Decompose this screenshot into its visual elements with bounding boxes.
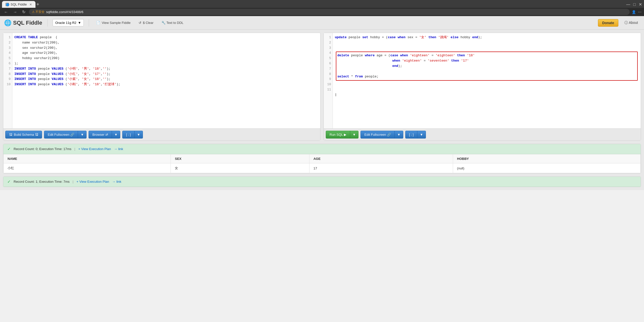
logo-text: SQL Fiddle — [13, 20, 42, 26]
result-section-1: ✓ Record Count: 0; Execution Time: 17ms … — [3, 144, 641, 173]
check-icon-2: ✓ — [7, 179, 11, 184]
semicolon-query-split: [ ; ] ▼ — [405, 131, 426, 139]
about-button[interactable]: ⓘ About — [622, 19, 640, 27]
result-status-1: ✓ Record Count: 0; Execution Time: 17ms … — [3, 144, 641, 154]
db-selector-chevron: ▼ — [78, 21, 81, 25]
address-bar: ← → ↻ ⚠ 不安全 sqlfiddle.com/#!4/33488/6 👤 … — [0, 8, 644, 16]
arrow-icon-2: → — [112, 180, 115, 183]
schema-editor-panel: 12345 678910 CREATE TABLE people ( name … — [3, 33, 320, 141]
table-header-row-1: NAME SEX AGE HOBBY — [4, 154, 641, 163]
new-tab-button[interactable]: + — [36, 2, 39, 7]
result-section-2: ✓ Record Count: 1; Execution Time: 7ms |… — [3, 176, 641, 187]
semicolon-schema-button[interactable]: [ ; ] — [122, 131, 134, 139]
result-table-1: NAME SEX AGE HOBBY 小红 女 17 (null) — [3, 154, 641, 173]
sample-icon: 📄 — [96, 21, 100, 25]
logo-icon: 🌐 — [4, 19, 12, 26]
more-button[interactable]: ⋯ — [638, 10, 641, 14]
plus-icon-1: + — [78, 147, 80, 151]
semicolon-schema-arrow[interactable]: ▼ — [134, 131, 143, 139]
query-editor-buttons: Run SQL ▶ ▼ Edit Fullscreen 🔗 ▼ [ ; ] ▼ — [324, 128, 641, 141]
text-to-ddl-button[interactable]: 🔧 Text to DDL — [159, 19, 185, 26]
toolbar-separator-1 — [47, 19, 48, 27]
col-header-age: AGE — [309, 154, 453, 163]
tab-bar: 🔷 SQL Fiddle ✕ + — □ ✕ — [0, 0, 644, 8]
profile-button[interactable]: 👤 — [632, 10, 636, 14]
tab-favicon: 🔷 — [6, 3, 9, 6]
query-code-content[interactable]: update people set hobby = (case when sex… — [333, 33, 641, 128]
maximize-button[interactable]: □ — [633, 2, 636, 7]
link-button-2[interactable]: → link — [112, 180, 122, 183]
view-execution-plan-button-2[interactable]: + View Execution Plan — [76, 180, 109, 183]
tab-title: SQL Fiddle — [11, 3, 27, 6]
col-header-hobby: HOBBY — [453, 154, 640, 163]
security-warning: ⚠ 不安全 — [32, 10, 45, 14]
db-selector[interactable]: Oracle 11g R2 ▼ — [53, 19, 84, 26]
edit-fullscreen-query-button[interactable]: Edit Fullscreen 🔗 — [360, 131, 394, 139]
schema-code-content[interactable]: CREATE TABLE people ( name varchar2(200)… — [12, 33, 320, 128]
view-execution-plan-button-1[interactable]: + View Execution Plan — [78, 147, 111, 151]
query-line-numbers: 12345 67891011 — [324, 33, 333, 128]
run-sql-button[interactable]: Run SQL ▶ — [326, 131, 350, 139]
result-status-2: ✓ Record Count: 1; Execution Time: 7ms |… — [3, 177, 641, 187]
semicolon-schema-split: [ ; ] ▼ — [122, 131, 143, 139]
clear-icon: ↺ — [139, 21, 141, 25]
app-toolbar: 🌐 SQL Fiddle Oracle 11g R2 ▼ 📄 View Samp… — [0, 16, 644, 30]
result-separator-1: | — [74, 147, 75, 151]
col-header-name: NAME — [4, 154, 171, 163]
col-header-sex: SEX — [171, 154, 309, 163]
result-separator-2: | — [73, 180, 73, 183]
toolbar-separator-2 — [89, 19, 89, 27]
nav-refresh-button[interactable]: ↻ — [21, 9, 27, 15]
browser-arrow[interactable]: ▼ — [112, 131, 120, 139]
app-logo: 🌐 SQL Fiddle — [4, 19, 42, 26]
donate-button[interactable]: Donate — [598, 19, 618, 27]
tab-close-button[interactable]: ✕ — [29, 3, 32, 6]
url-box[interactable]: ⚠ 不安全 sqlfiddle.com/#!4/33488/6 — [29, 9, 630, 15]
db-selector-text: Oracle 11g R2 — [55, 21, 76, 25]
browser-actions: 👤 ⋯ — [632, 10, 641, 14]
minimize-button[interactable]: — — [626, 2, 630, 7]
active-tab[interactable]: 🔷 SQL Fiddle ✕ — [2, 1, 35, 8]
schema-code-area[interactable]: 12345 678910 CREATE TABLE people ( name … — [3, 33, 320, 128]
edit-fullscreen-schema-split: Edit Fullscreen 🔗 ▼ — [44, 131, 87, 139]
schema-editor-buttons: 🖫 Build Schema 🖫 Edit Fullscreen 🔗 ▼ Bro… — [3, 128, 320, 141]
view-sample-button[interactable]: 📄 View Sample Fiddle — [94, 19, 133, 26]
run-sql-split: Run SQL ▶ ▼ — [326, 131, 358, 139]
build-schema-icon: 🖫 — [9, 133, 12, 136]
plus-icon-2: + — [76, 180, 78, 183]
close-button[interactable]: ✕ — [639, 2, 642, 7]
url-text: sqlfiddle.com/#!4/33488/6 — [46, 10, 83, 14]
result-status-text-2: Record Count: 1; Execution Time: 7ms — [14, 180, 70, 183]
run-sql-arrow[interactable]: ▼ — [350, 131, 359, 139]
table-row: 小红 女 17 (null) — [4, 163, 641, 173]
query-code-area[interactable]: 12345 67891011 update people set hobby =… — [324, 33, 641, 128]
link-button-1[interactable]: → link — [114, 147, 123, 151]
editors-row: 12345 678910 CREATE TABLE people ( name … — [3, 33, 641, 141]
semicolon-query-arrow[interactable]: ▼ — [417, 131, 426, 139]
edit-fullscreen-schema-arrow[interactable]: ▼ — [78, 131, 87, 139]
browser-split: Browser ⇄ ▼ — [89, 131, 120, 139]
semicolon-query-button[interactable]: [ ; ] — [405, 131, 417, 139]
cell-age-1: 17 — [309, 163, 453, 173]
arrow-icon-1: → — [114, 147, 117, 151]
cell-hobby-1: (null) — [453, 163, 640, 173]
nav-back-button[interactable]: ← — [3, 9, 10, 15]
nav-forward-button[interactable]: → — [12, 9, 19, 15]
browser-button[interactable]: Browser ⇄ — [89, 131, 111, 139]
edit-fullscreen-query-split: Edit Fullscreen 🔗 ▼ — [360, 131, 403, 139]
cell-name-1: 小红 — [4, 163, 171, 173]
result-status-text-1: Record Count: 0; Execution Time: 17ms — [14, 147, 71, 151]
main-content: 12345 678910 CREATE TABLE people ( name … — [0, 30, 644, 190]
cell-sex-1: 女 — [171, 163, 309, 173]
check-icon-1: ✓ — [7, 147, 11, 151]
schema-line-numbers: 12345 678910 — [3, 33, 12, 128]
build-schema-button[interactable]: 🖫 Build Schema 🖫 — [5, 131, 42, 139]
window-controls: — □ ✕ — [626, 2, 642, 7]
highlighted-code-section: delete people where age = (case when 'ei… — [336, 52, 638, 81]
clear-button[interactable]: ↺ $ Clear — [137, 19, 155, 26]
query-editor-panel: 12345 67891011 update people set hobby =… — [324, 33, 641, 141]
edit-fullscreen-schema-button[interactable]: Edit Fullscreen 🔗 — [44, 131, 78, 139]
edit-fullscreen-query-arrow[interactable]: ▼ — [394, 131, 403, 139]
